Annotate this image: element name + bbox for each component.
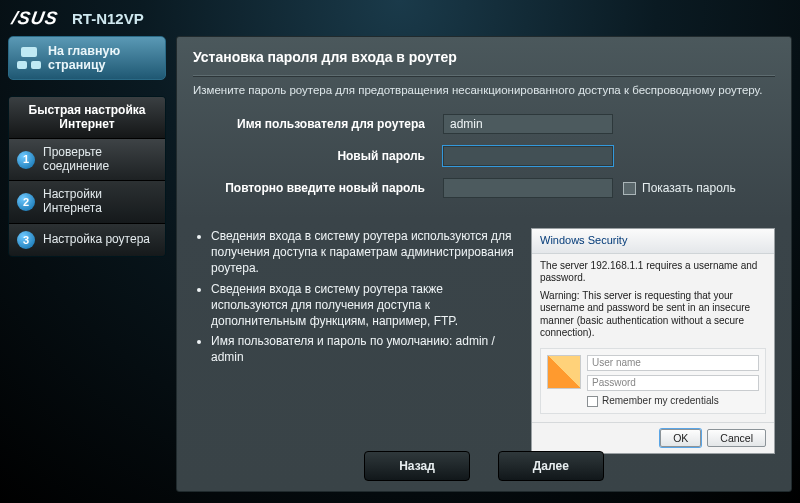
password-label: Новый пароль	[193, 149, 443, 163]
intro-text: Измените пароль роутера для предотвращен…	[193, 84, 775, 96]
show-password-toggle[interactable]: Показать пароль	[623, 181, 736, 195]
list-item: Сведения входа в систему роутера также и…	[211, 281, 515, 330]
step-number-2: 2	[17, 193, 35, 211]
model-name: RT-N12VP	[72, 10, 144, 27]
username-label: Имя пользователя для роутера	[193, 117, 443, 131]
step-label: Настройки Интернета	[43, 188, 157, 216]
confirm-password-input[interactable]	[443, 178, 613, 198]
remember-credentials-toggle[interactable]: Remember my credentials	[587, 395, 759, 408]
qis-title: Быстрая настройка Интернет	[9, 97, 165, 138]
username-input[interactable]	[443, 114, 613, 134]
step-router-settings[interactable]: 3 Настройка роутера	[9, 223, 165, 256]
checkbox-icon	[623, 182, 636, 195]
divider	[193, 75, 775, 76]
info-bullets: Сведения входа в систему роутера использ…	[193, 228, 515, 454]
step-number-3: 3	[17, 231, 35, 249]
next-button[interactable]: Далее	[498, 451, 604, 481]
dialog-ok-button[interactable]: OK	[660, 429, 701, 447]
home-label: На главную страницу	[48, 44, 157, 73]
qis-panel: Быстрая настройка Интернет 1 Проверьте с…	[8, 96, 166, 257]
brand-logo: /SUS	[10, 8, 60, 29]
page-title: Установка пароля для входа в роутер	[193, 49, 775, 65]
show-password-label: Показать пароль	[642, 181, 736, 195]
network-icon	[17, 47, 41, 69]
back-button[interactable]: Назад	[364, 451, 470, 481]
remember-label: Remember my credentials	[602, 395, 719, 408]
confirm-password-label: Повторно введите новый пароль	[193, 181, 443, 195]
home-button[interactable]: На главную страницу	[8, 36, 166, 80]
step-internet-settings[interactable]: 2 Настройки Интернета	[9, 180, 165, 223]
checkbox-icon	[587, 396, 598, 407]
step-check-connection[interactable]: 1 Проверьте соединение	[9, 138, 165, 181]
step-number-1: 1	[17, 151, 35, 169]
dialog-title: Windows Security	[532, 229, 774, 254]
dialog-password-input[interactable]: Password	[587, 375, 759, 391]
dialog-username-input[interactable]: User name	[587, 355, 759, 371]
windows-security-dialog: Windows Security The server 192.168.1.1 …	[531, 228, 775, 454]
step-label: Настройка роутера	[43, 233, 150, 247]
credential-icon	[547, 355, 581, 389]
dialog-text: The server 192.168.1.1 requires a userna…	[540, 260, 766, 285]
list-item: Имя пользователя и пароль по умолчанию: …	[211, 333, 515, 365]
main-panel: Установка пароля для входа в роутер Изме…	[176, 36, 792, 492]
dialog-cancel-button[interactable]: Cancel	[707, 429, 766, 447]
dialog-warning: Warning: This server is requesting that …	[540, 290, 766, 340]
list-item: Сведения входа в систему роутера использ…	[211, 228, 515, 277]
step-label: Проверьте соединение	[43, 146, 157, 174]
password-input[interactable]	[443, 146, 613, 166]
